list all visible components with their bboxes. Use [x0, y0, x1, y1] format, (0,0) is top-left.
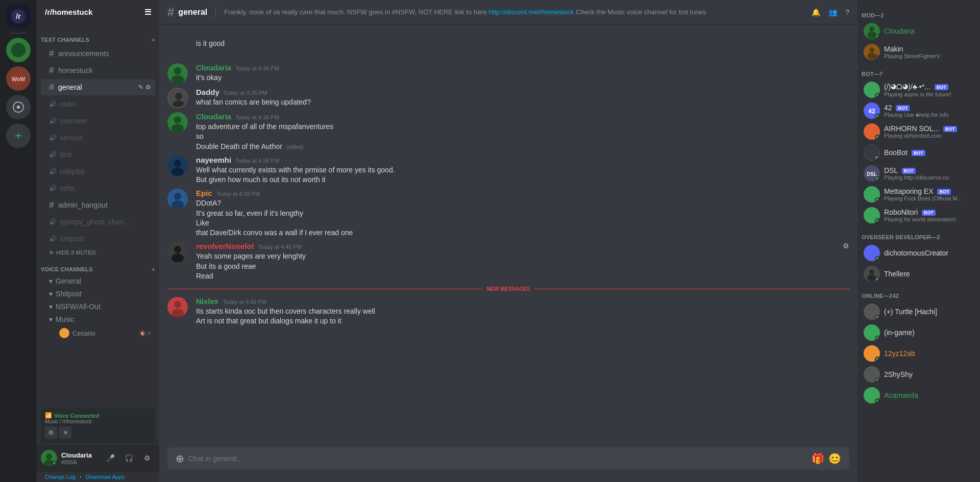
edit-icon[interactable]: ✎ [138, 84, 143, 91]
chevron-down-icon: ▾ [49, 302, 53, 311]
voice-icon: 🔊 [49, 218, 57, 225]
headphones-button[interactable]: 🎧 [120, 450, 137, 466]
members-icon[interactable]: 👥 [828, 8, 837, 16]
message-text-2: so [196, 132, 849, 141]
member-info: Mettaporing EX BOT Playing Fuck Bees (Of… [884, 187, 974, 201]
list-item[interactable]: 2ShyShy [860, 364, 978, 385]
gift-icon[interactable]: 🎁 [812, 447, 824, 470]
message-content: Cloudaria Today at 4:36 PM top adventure… [196, 112, 849, 151]
voice-general[interactable]: ▾ General [41, 275, 155, 287]
server-icon-3[interactable] [6, 95, 31, 119]
message-author: Cloudaria [196, 63, 231, 72]
channel-admin-hangout[interactable]: # admin_hangout [41, 197, 155, 213]
list-item[interactable]: Makin Playing StreetFighterV [860, 42, 978, 62]
voice-nsfw[interactable]: ▾ NSFW/All-Out [41, 300, 155, 313]
svg-point-15 [175, 93, 182, 100]
list-item[interactable]: Cloudaria [860, 21, 978, 41]
text-channels-category[interactable]: TEXT CHANNELS + [37, 29, 159, 45]
list-item[interactable]: DSL DSL BOT Playing http://discservs.co [860, 163, 978, 184]
kick-icon[interactable]: ✕ [147, 331, 151, 336]
voice-controls: ⚙ ✕ [45, 426, 151, 439]
list-item[interactable]: BooBot BOT [860, 142, 978, 163]
add-server-button[interactable]: + [6, 123, 31, 148]
settings-icon[interactable]: ⚙ [145, 84, 151, 91]
channel-general[interactable]: # general ✎ ⚙ [41, 79, 155, 95]
status-dot [875, 357, 880, 362]
message-author: Cloudaria [196, 112, 231, 121]
svg-point-30 [174, 301, 181, 308]
user-settings-button[interactable]: ⚙ [139, 450, 155, 466]
bot-tag: BOT [935, 84, 948, 90]
list-item[interactable]: Mettaporing EX BOT Playing Fuck Bees (Of… [860, 184, 978, 205]
messages-area: is it good Cloudaria Today at 4:36 PM it… [159, 24, 857, 447]
add-channel-icon[interactable]: + [152, 37, 155, 43]
settings-gear-icon[interactable]: ⚙ [843, 242, 849, 250]
voice-settings-btn[interactable]: ⚙ [45, 426, 57, 439]
server-header[interactable]: /r/homestuck ☰ [37, 0, 159, 24]
server-icon-1[interactable] [6, 38, 31, 62]
new-messages-line-left [167, 289, 482, 289]
message-content: revolverNoselot Today at 4:46 PM Yeah so… [196, 242, 835, 281]
voice-user-avatar [59, 328, 69, 338]
svg-point-12 [174, 67, 181, 74]
avatar [167, 88, 188, 108]
member-info: (+) Turtle [Hachi] [884, 308, 974, 316]
mic-button[interactable]: 🎤 [102, 450, 118, 466]
message-input[interactable] [188, 449, 807, 468]
channel-overseer[interactable]: 🔊 overseer [41, 113, 155, 129]
add-voice-icon[interactable]: + [152, 266, 155, 272]
table-row: Daddy Today at 4:36 PM what fan comics a… [159, 87, 857, 109]
list-item[interactable]: 42 42 BOT Playing Use ♣help for info [860, 100, 978, 121]
member-sub: Playing Use ♣help for info [884, 112, 974, 118]
message-timestamp: Today at 4:46 PM [258, 244, 302, 250]
signal-icon: 📶 [45, 412, 52, 419]
channel-shitpost[interactable]: 🔊 shitpost [41, 231, 155, 247]
message-text-2: It's great so far, even if it's lengthy [196, 209, 849, 218]
download-link[interactable]: Download Apps [86, 474, 125, 480]
topic-link[interactable]: http://discord.me/rhomestuck [489, 8, 574, 16]
list-item[interactable]: RoboNitori BOT Playing for world dominat… [860, 205, 978, 225]
bell-icon[interactable]: 🔔 [812, 8, 820, 16]
channel-serious[interactable]: 🔊 serious [41, 130, 155, 146]
list-item[interactable]: (in-game) [860, 322, 978, 343]
channel-announcements[interactable]: # announcements [41, 45, 155, 62]
channel-radio[interactable]: 🔊 radio [41, 96, 155, 112]
list-item[interactable]: 12yz12ab [860, 343, 978, 364]
channel-roleplay[interactable]: 🔊 roleplay [41, 163, 155, 180]
channel-dnd[interactable]: 🔊 dnd [41, 146, 155, 163]
channel-hash-icon: # [167, 5, 174, 19]
voice-disconnect-btn[interactable]: ✕ [59, 426, 71, 439]
mute-icon[interactable]: 🔇 [139, 331, 145, 336]
help-icon[interactable]: ? [845, 8, 849, 16]
list-item[interactable]: AIRHORN SOL... BOT Playing airhornbot.co… [860, 121, 978, 142]
emoji-icon[interactable]: 😊 [828, 447, 841, 470]
channel-spoopy[interactable]: 🔊 spoopy_ghost_chan... [41, 214, 155, 230]
list-item[interactable]: (/)◕ᗝ◕)/♣·•*... BOT Playing async is the… [860, 80, 978, 100]
list-item[interactable]: Acamaeda [860, 385, 978, 405]
list-item[interactable]: dichotomousCreator [860, 243, 978, 263]
member-info: AIRHORN SOL... BOT Playing airhornbot.co… [884, 124, 974, 139]
current-server-icon[interactable]: /r [6, 4, 31, 29]
channel-name: shitpost [60, 235, 84, 243]
edited-label: (edited) [286, 144, 304, 150]
changelog-link[interactable]: Change Log [45, 474, 76, 480]
status-dot [875, 336, 880, 341]
channel-nsfw[interactable]: 🔊 nsfw [41, 180, 155, 196]
voice-user-cesario[interactable]: Cesario 🔇 ✕ [41, 326, 155, 340]
list-item[interactable]: (+) Turtle [Hachi] [860, 301, 978, 322]
status-dot [875, 176, 880, 182]
channel-topic: Frankly, none of us really care that muc… [224, 8, 807, 16]
eye-icon: 👁 [49, 250, 54, 256]
channel-homestuck[interactable]: # homestuck [41, 62, 155, 79]
status-dot [875, 398, 880, 403]
voice-channel-name: General [56, 277, 81, 285]
server-icon-2[interactable]: WoW [6, 66, 31, 91]
voice-channels-category[interactable]: VOICE CHANNELS + [37, 258, 159, 274]
message-header: revolverNoselot Today at 4:46 PM [196, 242, 835, 250]
svg-text:/r: /r [16, 12, 21, 20]
voice-music[interactable]: ▾ Music [41, 313, 155, 325]
list-item[interactable]: Thellere [860, 264, 978, 284]
voice-shitpost[interactable]: ▾ Shitpost [41, 288, 155, 300]
upload-icon[interactable]: ⊕ [176, 447, 184, 470]
hide-muted-button[interactable]: 👁 HIDE 8 MUTED [41, 247, 155, 258]
